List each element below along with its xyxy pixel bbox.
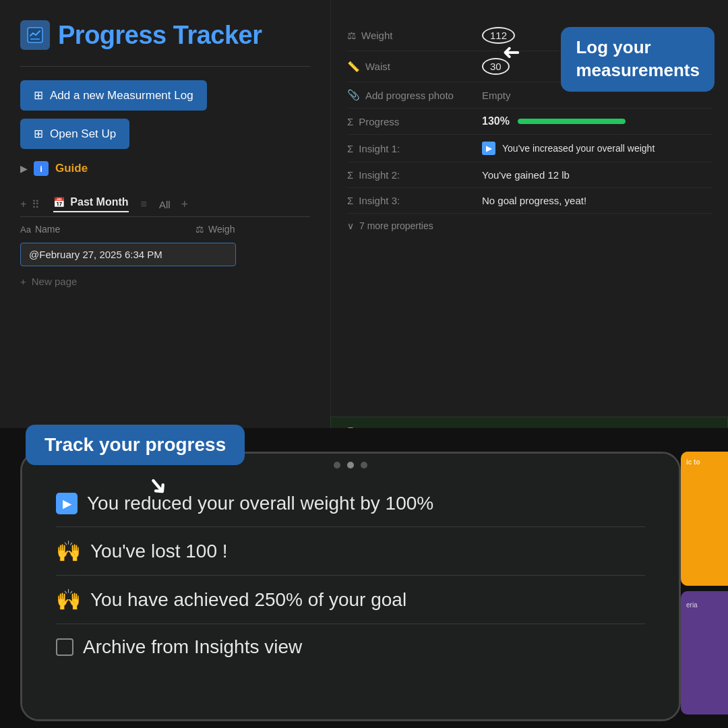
separator-icon: ≡ bbox=[141, 198, 147, 210]
new-page-row[interactable]: + New page bbox=[20, 270, 310, 293]
dot-3 bbox=[361, 462, 367, 468]
tablet-insight-2: 🙌 You've lost 100 ! bbox=[56, 527, 645, 576]
card-label: ic to bbox=[686, 458, 723, 466]
drag-icon: ⠿ bbox=[32, 198, 40, 211]
tab-all[interactable]: All bbox=[159, 199, 171, 210]
app-icon bbox=[20, 20, 50, 50]
right-card-orange: ic to bbox=[681, 452, 728, 586]
open-setup-button[interactable]: ⊞ Open Set Up bbox=[20, 119, 129, 149]
clip-icon: 📎 bbox=[347, 89, 360, 101]
tablet-insight3-text: You have achieved 250% of your goal bbox=[90, 589, 406, 611]
dot-1 bbox=[334, 462, 340, 468]
progress-row: Σ Progress 130% bbox=[347, 109, 712, 135]
insight2-emoji: 🙌 bbox=[56, 539, 81, 563]
track-callout: Track your progress bbox=[26, 425, 245, 465]
tablet-frame: ▶ You reduced your overall weight by 100… bbox=[20, 452, 681, 721]
tablet-insight1-text: You reduced your overall weight by 100% bbox=[87, 493, 433, 514]
guide-row[interactable]: ▶ i Guide bbox=[20, 161, 310, 176]
insight3-label: Σ Insight 3: bbox=[347, 195, 482, 206]
text-icon: Aa bbox=[20, 224, 31, 235]
guide-label: Guide bbox=[55, 162, 88, 175]
progress-bar-bg bbox=[518, 119, 626, 124]
more-props-label: 7 more properties bbox=[359, 220, 433, 231]
tablet-section: ▶ You reduced your overall weight by 100… bbox=[0, 428, 728, 728]
insight3-value: No goal progress, yeat! bbox=[482, 195, 712, 206]
progress-bar-fill bbox=[518, 119, 626, 124]
tablet-insight-4[interactable]: Archive from Insights view bbox=[56, 624, 645, 670]
track-callout-text: Track your progress bbox=[44, 434, 226, 455]
log-callout: Log your measurements bbox=[561, 27, 715, 92]
tabs-row: + ⠿ 📅 Past Month ≡ All + bbox=[20, 196, 310, 212]
setup-label: Open Set Up bbox=[50, 127, 116, 141]
tablet-inner: ▶ You reduced your overall weight by 100… bbox=[22, 454, 679, 719]
insight2-value: You've gained 12 lb bbox=[482, 169, 712, 181]
add-log-icon: ⊞ bbox=[34, 88, 43, 102]
photo-label: 📎 Add progress photo bbox=[347, 89, 482, 101]
plus-small-icon[interactable]: + bbox=[20, 198, 26, 210]
archive-checkbox[interactable] bbox=[56, 638, 73, 656]
triangle-icon: ▶ bbox=[20, 164, 27, 174]
page-title: Progress Tracker bbox=[58, 21, 262, 50]
log-arrow-icon: ➜ bbox=[502, 39, 520, 65]
col-name-label: Name bbox=[35, 224, 60, 235]
tab-past-month-label: Past Month bbox=[70, 196, 128, 208]
card-label-2: eria bbox=[686, 601, 698, 609]
right-cards: ic to eria bbox=[681, 452, 728, 715]
progress-value: 130% bbox=[482, 115, 712, 127]
dot-2 bbox=[347, 462, 354, 468]
add-tab-icon[interactable]: + bbox=[181, 198, 189, 212]
col-weight-header: ⚖ Weigh bbox=[195, 224, 235, 235]
new-page-icon: + bbox=[20, 276, 26, 287]
date-cell[interactable]: @February 27, 2025 6:34 PM bbox=[20, 243, 236, 266]
ruler-icon: 📏 bbox=[347, 61, 360, 73]
sigma-icon-4: Σ bbox=[347, 195, 353, 206]
sigma-icon-2: Σ bbox=[347, 143, 353, 154]
info-icon: i bbox=[34, 161, 49, 176]
insight2-row: Σ Insight 2: You've gained 12 lb bbox=[347, 162, 712, 188]
col-name-header: Aa Name bbox=[20, 224, 195, 235]
scale-icon: ⚖ bbox=[195, 224, 204, 235]
insight3-row: Σ Insight 3: No goal progress, yeat! bbox=[347, 188, 712, 214]
progress-label: Σ Progress bbox=[347, 116, 482, 127]
insight1-row: Σ Insight 1: ▶ You've increased your ove… bbox=[347, 135, 712, 162]
tablet-insight4-text: Archive from Insights view bbox=[83, 636, 302, 658]
setup-icon: ⊞ bbox=[34, 127, 43, 141]
add-log-label: Add a new Measurment Log bbox=[50, 89, 193, 102]
new-page-label: New page bbox=[32, 276, 78, 287]
table-row[interactable]: @February 27, 2025 6:34 PM bbox=[20, 239, 310, 270]
calendar-icon: 📅 bbox=[53, 197, 65, 208]
waist-label: 📏 Waist bbox=[347, 61, 482, 73]
tab-past-month[interactable]: 📅 Past Month bbox=[53, 196, 128, 212]
left-panel: Progress Tracker ⊞ Add a new Measurment … bbox=[0, 0, 330, 431]
sigma-icon: Σ bbox=[347, 116, 353, 127]
log-callout-text: Log your measurements bbox=[576, 37, 700, 80]
more-properties-row[interactable]: ∨ 7 more properties bbox=[347, 214, 712, 238]
sigma-icon-3: Σ bbox=[347, 169, 353, 181]
weight-icon: ⚖ bbox=[347, 30, 356, 42]
add-log-button[interactable]: ⊞ Add a new Measurment Log bbox=[20, 80, 207, 111]
progress-bar-container: 130% bbox=[482, 115, 626, 127]
insight1-value: ▶ You've increased your overall weight bbox=[482, 142, 712, 155]
insight3-emoji: 🙌 bbox=[56, 588, 81, 611]
weight-label: ⚖ Weight bbox=[347, 30, 482, 42]
insight2-label: Σ Insight 2: bbox=[347, 169, 482, 181]
tablet-dots bbox=[334, 462, 367, 468]
table-header: Aa Name ⚖ Weigh bbox=[20, 216, 310, 239]
right-card-purple: eria bbox=[681, 591, 728, 715]
chevron-down-icon: ∨ bbox=[347, 220, 354, 231]
insight1-label: Σ Insight 1: bbox=[347, 143, 482, 154]
tablet-insight-3: 🙌 You have achieved 250% of your goal bbox=[56, 576, 645, 624]
insight1-notion-icon: ▶ bbox=[56, 493, 78, 514]
app-title-row: Progress Tracker bbox=[20, 20, 310, 50]
progress-text: 130% bbox=[482, 115, 510, 127]
tablet-insight2-text: You've lost 100 ! bbox=[90, 541, 228, 562]
title-divider bbox=[20, 66, 310, 67]
notion-icon-1: ▶ bbox=[482, 142, 495, 155]
col-weight-label: Weigh bbox=[208, 224, 235, 235]
tab-controls: + ⠿ bbox=[20, 198, 40, 211]
